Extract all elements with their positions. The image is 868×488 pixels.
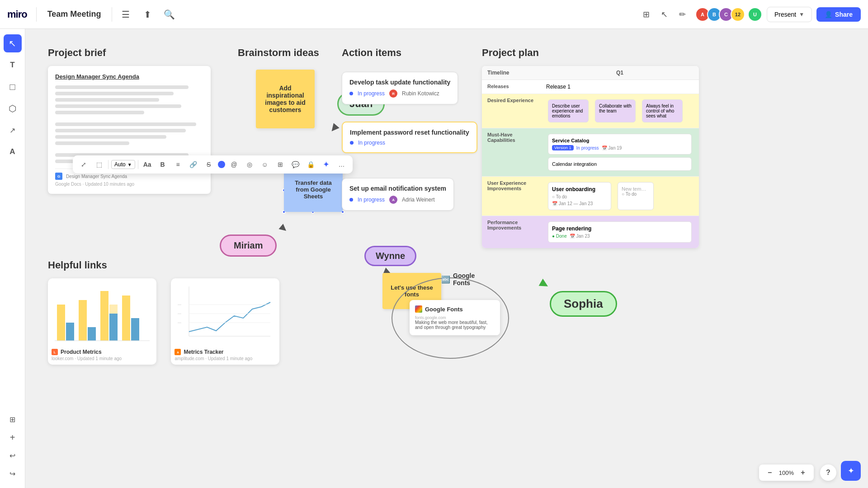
sc-status: In progress (576, 145, 599, 150)
action-card-3[interactable]: Set up email notification system In prog… (342, 178, 454, 211)
ai-icon[interactable]: ✦ (320, 158, 333, 171)
font-icon[interactable]: Aa (141, 158, 154, 171)
assignee-1: Rubin Kotowicz (402, 90, 439, 97)
font-size-select[interactable]: Auto ▼ (111, 160, 135, 169)
bold-icon[interactable]: B (156, 158, 169, 171)
project-plan-section: Project plan Timeline Q1 Releases Releas… (482, 47, 699, 248)
plan-table-element: Timeline Q1 Releases Release 1 Desired E (482, 66, 699, 248)
upload-icon[interactable]: ⬆ (139, 6, 156, 23)
zoom-out-button[interactable]: − (764, 467, 775, 478)
link-title-1: Product Metrics (61, 349, 102, 355)
search-icon[interactable]: 🔍 (161, 6, 177, 23)
color-picker[interactable] (218, 161, 225, 168)
product-metrics-chart (52, 282, 153, 345)
left-sidebar: ↖ T □ ⬡ ↗ A ⊞ + ↩ ↪ (0, 29, 25, 488)
pr-date: 📅 Jan 23 (570, 234, 590, 239)
text-tool[interactable]: T (4, 56, 22, 74)
menu-icon[interactable]: ☰ (118, 6, 134, 23)
sophia-label: Sophia (550, 291, 617, 317)
strikethrough-icon[interactable]: S (203, 158, 215, 171)
present-button[interactable]: Present ▼ (767, 7, 812, 22)
desired-item-3[interactable]: Always feel in control of who sees what (642, 99, 683, 122)
product-metrics-thumbnail (52, 282, 153, 345)
project-brief-label: Project brief (48, 47, 211, 59)
pen-icon[interactable]: ✏ (675, 6, 691, 23)
tag-icon[interactable]: ◎ (243, 158, 256, 171)
service-catalog-meta: Version 1 In progress 📅 Jan 19 (552, 145, 688, 150)
mention-icon[interactable]: @ (228, 158, 241, 171)
panels-tool[interactable]: ⊞ (4, 410, 22, 428)
link-footer-2: a Metrics Tracker (175, 349, 276, 355)
desired-item-2[interactable]: Collaborate with the team (595, 99, 636, 122)
undo-tool[interactable]: ↩ (4, 446, 22, 465)
must-have-label: Must-Have Capabilities (482, 128, 541, 177)
emoji-icon[interactable]: ☺ (259, 158, 271, 171)
comment-icon[interactable]: 💬 (289, 158, 302, 171)
gfonts-emoji: 🔤 (441, 275, 450, 284)
link-icon[interactable]: 🔗 (187, 158, 200, 171)
user-onboarding-card[interactable]: User onboarding ○ To do 📅 Jan 12 — Jan 2… (548, 182, 611, 210)
apps-icon[interactable]: ⊞ (638, 6, 655, 23)
ux-improvements-row: User Experience Improvements User onboar… (482, 177, 699, 216)
duplicate-icon[interactable]: ⬚ (93, 158, 105, 171)
help-button[interactable]: ? (820, 465, 836, 481)
action-card-1[interactable]: Develop task update functionality In pro… (342, 72, 458, 104)
wynne-label: Wynne (364, 246, 416, 266)
svg-rect-8 (122, 296, 130, 341)
transform-icon[interactable]: ⤢ (77, 158, 90, 171)
sophia-bubble: ▶ Sophia (550, 291, 617, 317)
note-tool[interactable]: □ (4, 78, 22, 96)
lock-icon[interactable]: 🔒 (305, 158, 317, 171)
calendar-name: Calendar integration (552, 161, 688, 167)
gfonts-brand: Google Fonts (453, 272, 475, 286)
status-text-2: In progress (358, 140, 385, 146)
redo-tool[interactable]: ↪ (4, 465, 22, 483)
page-rendering-card[interactable]: Page rendering ● Done 📅 Jan 23 (548, 221, 692, 243)
eraser-tool[interactable]: A (4, 143, 22, 161)
ux-content: User onboarding ○ To do 📅 Jan 12 — Jan 2… (541, 177, 699, 216)
new-tem-card[interactable]: New tem… ○ To do (618, 182, 654, 210)
amplitude-icon: a (175, 349, 181, 355)
shapes-tool[interactable]: ⬡ (4, 99, 22, 117)
align-icon[interactable]: ≡ (172, 158, 184, 171)
add-tool[interactable]: + (4, 428, 22, 446)
service-catalog-card[interactable]: Service Catalog Version 1 In progress 📅 … (548, 134, 692, 155)
status-dot-2 (350, 141, 354, 145)
desired-experience-items: Describe user experience and emotions Co… (546, 98, 693, 124)
sticky-yellow-text: Add inspirational images to aid customer… (256, 70, 315, 128)
link-meta-2: amplitude.com · Updated 1 minute ago (175, 356, 276, 361)
link-meta-1: looker.com · Updated 1 minute ago (52, 356, 153, 361)
select-tool[interactable]: ↖ (4, 34, 22, 52)
calendar-card[interactable]: Calendar integration (548, 157, 692, 171)
metrics-tracker-card[interactable]: — — — a Metrics Tracker amplitude.com · … (171, 278, 285, 365)
avatar-group: A B C 12 U (695, 7, 762, 22)
more-options-icon[interactable]: … (335, 158, 348, 171)
releases-row: Releases Release 1 (482, 80, 699, 94)
desired-item-1[interactable]: Describe user experience and emotions (548, 99, 589, 122)
link-card-2[interactable]: — — — a Metrics Tracker amplitude.com · … (171, 278, 279, 365)
link-card-1[interactable]: L Product Metrics looker.com · Updated 1… (48, 278, 156, 365)
canvas[interactable]: Project brief Design Manager Sync Agenda… (25, 29, 868, 488)
helpful-links-section: Helpful links (48, 259, 419, 365)
blue-sticky-container[interactable]: Transfer data from Google Sheets (284, 167, 343, 212)
avatar-count: 12 (731, 7, 745, 22)
miriam-bubble: Miriam (220, 235, 277, 257)
sidebar-bottom: ⊞ + ↩ ↪ (4, 410, 22, 483)
gfonts-card-title: Google Fonts (425, 306, 463, 313)
zoom-in-button[interactable]: + (797, 467, 808, 478)
brainstorm-yellow-sticky[interactable]: Add inspirational images to aid customer… (256, 70, 315, 128)
share-button[interactable]: 👤 Share (816, 7, 861, 22)
gfonts-card[interactable]: Google Fonts fonts.google.com Making the… (410, 300, 500, 335)
brief-line-3 (55, 98, 159, 102)
magic-button[interactable]: ✦ (841, 461, 861, 481)
project-brief-card[interactable]: Design Manager Sync Agenda G Design Mana… (48, 66, 211, 194)
action-card-2[interactable]: Implement password reset functionality I… (342, 122, 477, 153)
cursor-icon[interactable]: ↖ (656, 6, 673, 23)
table-icon[interactable]: ⊞ (274, 158, 287, 171)
product-metrics-card[interactable]: L Product Metrics looker.com · Updated 1… (48, 278, 162, 365)
board-title[interactable]: Team Meeting (42, 8, 107, 21)
desired-experience-row: Desired Experience Describe user experie… (482, 94, 699, 128)
miro-logo: miro (7, 9, 27, 20)
toolbar-icons: ⊞ ↖ ✏ (638, 6, 691, 23)
pen-tool[interactable]: ↗ (4, 121, 22, 139)
